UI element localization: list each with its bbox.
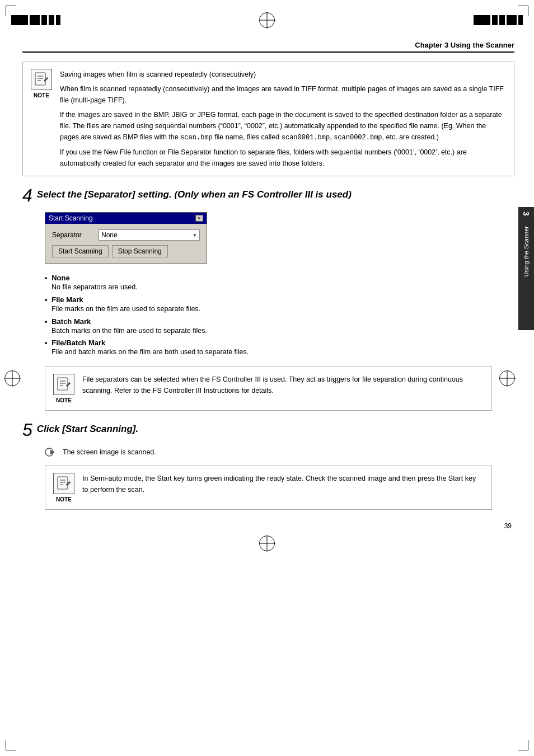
step4-text: Select the [Separator] setting. (Only wh… (37, 189, 352, 201)
dialog-separator-row: Separator None ▼ (52, 229, 200, 241)
note-content-2: File separators can be selected when the… (82, 374, 484, 396)
step5-text: Click [Start Scanning]. (37, 423, 138, 435)
dialog-separator-dropdown[interactable]: None ▼ (99, 229, 200, 241)
note-icon-img-3 (53, 473, 74, 494)
dialog-body: Separator None ▼ Start Scanning Stop Sca… (45, 224, 207, 263)
top-crosshair (259, 12, 275, 28)
side-crosshair-right (499, 370, 515, 386)
bullet-batchmark: • Batch Mark Batch marks on the film are… (45, 317, 514, 336)
chapter-header: Chapter 3 Using the Scanner (22, 36, 514, 53)
note-svg-3 (56, 476, 72, 491)
bullet-none-desc: No file separators are used. (51, 282, 514, 293)
corner-mark-tr (518, 6, 528, 16)
reg-bar-right (474, 15, 523, 25)
bullet-filemark-desc: File marks on the film are used to separ… (51, 304, 514, 314)
bullet-batchmark-desc: Batch marks on the film are used to sepa… (51, 326, 514, 336)
right-sidebar: 3 Using the Scanner (518, 207, 534, 330)
corner-mark-tl (6, 6, 16, 16)
arrow-result: The screen image is scanned. (45, 447, 514, 458)
step4-number: 4 (22, 186, 32, 204)
dialog-window: Start Scanning × Separator None ▼ Start … (45, 212, 207, 264)
reg-bar-left (11, 15, 60, 25)
dialog-separator-value: None (101, 231, 118, 239)
bullet-list: • None No file separators are used. • Fi… (45, 274, 514, 358)
bullet-filebatchmark: • File/Batch Mark File and batch marks o… (45, 339, 514, 358)
note-icon-img-2 (53, 374, 74, 395)
arrow-icon (45, 447, 58, 458)
bullet-none: • None No file separators are used. (45, 274, 514, 293)
note-content-3: In Semi-auto mode, the Start key turns g… (82, 473, 484, 495)
note-box-3: NOTE In Semi-auto mode, the Start key tu… (45, 466, 492, 510)
note-label-3: NOTE (56, 496, 72, 503)
dialog-close-button[interactable]: × (195, 215, 203, 222)
dialog-title: Start Scanning (49, 214, 93, 222)
bullet-filemark: • File Mark File marks on the film are u… (45, 295, 514, 314)
note-box-2: NOTE File separators can be selected whe… (45, 367, 492, 411)
svg-rect-0 (35, 73, 45, 85)
start-scanning-button[interactable]: Start Scanning (52, 245, 109, 257)
step5-section: 5 Click [Start Scanning]. (22, 423, 514, 439)
dialog-separator-label: Separator (52, 231, 94, 239)
bullet-filebatchmark-title: • File/Batch Mark (45, 339, 514, 347)
stop-scanning-button[interactable]: Stop Scanning (112, 245, 168, 257)
dialog-buttons: Start Scanning Stop Scanning (52, 245, 200, 257)
sidebar-chapter-text: Using the Scanner (523, 220, 530, 280)
note-svg-2 (56, 377, 72, 392)
bullet-filemark-title: • File Mark (45, 295, 514, 304)
bullet-none-title: • None (45, 274, 514, 282)
main-content: Chapter 3 Using the Scanner NOTE Saving … (22, 34, 514, 530)
step4-heading: 4 Select the [Separator] setting. (Only … (22, 189, 514, 204)
close-icon: × (198, 215, 200, 221)
reg-marks-top (0, 0, 534, 34)
note1-para1: When film is scanned repeatedly (consecu… (60, 83, 506, 106)
page-number: 39 (22, 522, 514, 530)
step5-result: The screen image is scanned. (63, 448, 156, 456)
note-label-2: NOTE (56, 397, 72, 403)
dropdown-arrow-icon: ▼ (193, 233, 197, 238)
sidebar-chapter-num: 3 (522, 207, 531, 220)
dialog-titlebar: Start Scanning × (45, 213, 207, 224)
corner-mark-br (518, 740, 528, 750)
note-box-1: NOTE Saving images when film is scanned … (22, 62, 514, 176)
note-svg-1 (34, 72, 49, 87)
note1-para3: If you use the New File function or File… (60, 147, 506, 169)
note-content-1: Saving images when film is scanned repea… (60, 69, 506, 169)
step5-heading: 5 Click [Start Scanning]. (22, 423, 514, 439)
corner-mark-bl (6, 740, 16, 750)
side-crosshair-left (4, 370, 20, 386)
note-icon-1: NOTE (31, 69, 52, 98)
note3-text: In Semi-auto mode, the Start key turns g… (82, 473, 484, 495)
bottom-crosshair (259, 536, 275, 551)
reg-marks-bottom (0, 530, 534, 560)
bullet-filebatchmark-desc: File and batch marks on the film are bot… (51, 347, 514, 358)
svg-rect-4 (58, 378, 68, 390)
note2-text: File separators can be selected when the… (82, 374, 484, 396)
bullet-batchmark-title: • Batch Mark (45, 317, 514, 326)
note-label-1: NOTE (34, 92, 49, 98)
note-icon-3: NOTE (53, 473, 74, 503)
chapter-title: Chapter 3 Using the Scanner (415, 41, 514, 49)
svg-rect-10 (58, 477, 68, 489)
step5-number: 5 (22, 421, 32, 439)
note1-title: Saving images when film is scanned repea… (60, 69, 506, 80)
note-icon-img-1 (31, 69, 52, 90)
note1-para2: If the images are saved in the BMP, JBIG… (60, 109, 506, 143)
note-icon-2: NOTE (53, 374, 74, 403)
